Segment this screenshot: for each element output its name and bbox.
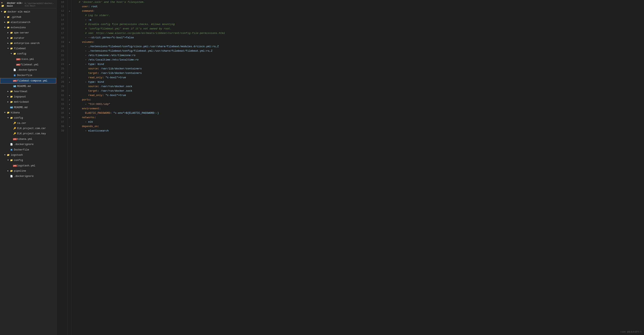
- project-name: docker-elk-main: [7, 2, 24, 8]
- code-line-15: # Disable config file permissions checks…: [76, 22, 640, 26]
- tree-item-logstash-yml[interactable]: ymllogstash.yml: [0, 163, 56, 168]
- arrow-apm-server: ▶: [6, 31, 10, 35]
- tree-item-cisco-yml[interactable]: ymlcisco.yml: [0, 56, 56, 62]
- project-path: E:\pycharm2021\docker-elk-main: [24, 2, 55, 7]
- folder-icon: ▼ 📁: [1, 2, 6, 8]
- code-line-19: volumes:: [76, 40, 640, 44]
- tree-item-ext-readme[interactable]: mdREADME.md: [0, 105, 56, 110]
- code-line-22: - /etc/timezone:/etc/timezone:ro: [76, 53, 640, 58]
- gutter-cell-31: ◆: [68, 93, 72, 98]
- yaml-icon-cisco-yml: yml: [16, 57, 20, 62]
- gutter-cell-10: [68, 0, 72, 4]
- gutter-cell-22: [68, 53, 72, 58]
- line-num-11: 11: [60, 4, 64, 9]
- fold-icon-36: ◆: [69, 116, 70, 119]
- arrow-kibana: ▼: [3, 110, 6, 115]
- line-num-38: 38: [60, 124, 64, 129]
- tree-label-kib-dockerignore: .dockerignore: [14, 142, 34, 147]
- tree-label-logstash-yml: logstash.yml: [17, 164, 35, 168]
- code-line-14: - -e: [76, 18, 640, 22]
- fold-icon-31: ◆: [69, 94, 70, 96]
- line-num-17: 17: [60, 31, 64, 36]
- tree-item-ls-config[interactable]: ▼📁config: [0, 158, 56, 163]
- tree-item-ls-dockerignore[interactable]: 📄.dockerignore: [0, 174, 56, 179]
- tree-label-elk-cert: ELK.project.com.cer: [17, 126, 46, 131]
- tree-item-kib-dockerfile[interactable]: DDockerfile: [0, 147, 56, 152]
- folder-icon-root: 📁: [3, 10, 7, 14]
- tree-label-ext-readme: README.md: [14, 105, 28, 110]
- tree-item-heartbeat[interactable]: ▶📁heartbeat: [0, 89, 56, 94]
- folder-icon-ls-pipeline: 📁: [10, 169, 13, 173]
- md-icon-fb-readme: md: [13, 84, 16, 88]
- tree-label-apm-server: apm-server: [14, 31, 29, 35]
- project-header: ▼ 📁 docker-elk-main E:\pycharm2021\docke…: [0, 1, 56, 8]
- tree-item-filebeat-compose[interactable]: ymlfilebeat-compose.yml: [0, 78, 56, 84]
- tree-item-fb-readme[interactable]: mdREADME.md: [0, 84, 56, 89]
- arrow-fb-config: ▼: [10, 52, 13, 56]
- gutter-cell-11: [68, 4, 72, 9]
- code-line-18: - --strict.perms="c-bool">false: [76, 36, 640, 40]
- tree-item-github[interactable]: ▶📁.github: [0, 14, 56, 20]
- gutter-cell-15: [68, 22, 72, 26]
- line-num-27: 27: [60, 76, 64, 80]
- fold-icon-28: ◆: [69, 81, 70, 83]
- arrow-elasticsearch: ▶: [3, 20, 6, 24]
- tree-item-fb-dockerfile[interactable]: DDockerfile: [0, 72, 56, 78]
- tree-item-filebeat-yml[interactable]: ymlfilebeat.yml: [0, 62, 56, 67]
- cert-icon-elk-cert: 🔑: [13, 126, 16, 131]
- tree-item-elk-key[interactable]: 🔑ELK.project.com.key: [0, 131, 56, 136]
- tree-item-metricbeat[interactable]: ▶📁metricbeat: [0, 100, 56, 105]
- tree-item-kib-config[interactable]: ▼📁config: [0, 115, 56, 120]
- gutter-cell-38: ◆: [68, 124, 72, 129]
- tree-item-enterprise-search[interactable]: ▶📁enterprise-search: [0, 41, 56, 46]
- line-num-39: 39: [60, 129, 64, 133]
- tree-item-logspout[interactable]: ▶📁logspout: [0, 94, 56, 100]
- line-num-26: 26: [60, 71, 64, 76]
- tree-item-fb-dockerignore[interactable]: 📄.dockerignore: [0, 67, 56, 72]
- tree-item-ca-cer[interactable]: 🔑ca.cer: [0, 120, 56, 126]
- folder-icon-github: 📁: [6, 15, 10, 19]
- tree-item-curator[interactable]: ▶📁curator: [0, 36, 56, 41]
- tree-label-ls-pipeline: pipeline: [14, 169, 26, 173]
- code-line-25: source: /var/lib/docker/containers: [76, 66, 640, 71]
- folder-icon-extensions: 📁: [6, 26, 10, 30]
- tree-item-extensions[interactable]: ▼📁extensions: [0, 25, 56, 30]
- tree-item-logstash[interactable]: ▼📁logstash: [0, 152, 56, 158]
- arrow-heartbeat: ▶: [6, 89, 10, 94]
- gutter-cell-37: [68, 120, 72, 124]
- tree-label-curator: curator: [14, 36, 24, 40]
- line-num-10: 10: [60, 0, 64, 4]
- arrow-logspout: ▶: [6, 94, 10, 99]
- arrow-metricbeat: ▶: [6, 100, 10, 104]
- code-line-29: source: /var/run/docker.sock: [76, 84, 640, 89]
- gutter-cell-39: [68, 129, 72, 133]
- gutter-cell-29: [68, 84, 72, 89]
- gutter-cell-17: [68, 31, 72, 36]
- line-num-29: 29: [60, 84, 64, 89]
- code-line-21: - ./extensions/filebeat/config/filebeat.…: [76, 49, 640, 53]
- tree-label-root: docker-elk-main: [8, 10, 30, 14]
- code-line-28: - type: bind: [76, 80, 640, 84]
- tree-item-fb-config[interactable]: ▼📁config: [0, 51, 56, 56]
- gutter-cell-25: [68, 66, 72, 71]
- tree-item-ls-pipeline[interactable]: ▶📁pipeline: [0, 168, 56, 174]
- tree-item-elasticsearch[interactable]: ▶📁elasticsearch: [0, 20, 56, 25]
- tree-item-filebeat[interactable]: ▼📁filebeat: [0, 46, 56, 51]
- tree-item-elk-cert[interactable]: 🔑ELK.project.com.cer: [0, 126, 56, 131]
- arrow-ls-pipeline: ▶: [6, 169, 10, 173]
- line-num-15: 15: [60, 22, 64, 26]
- tree-item-kibana-yml[interactable]: ymlkibana.yml: [0, 136, 56, 142]
- gutter-cell-36: ◆: [68, 115, 72, 120]
- tree-label-filebeat: filebeat: [14, 46, 26, 51]
- folder-icon-kibana: 📁: [6, 110, 10, 115]
- line-num-12: 12: [60, 9, 64, 13]
- tree-item-apm-server[interactable]: ▶📁apm-server: [0, 30, 56, 36]
- tree-item-kib-dockerignore[interactable]: 📄.dockerignore: [0, 142, 56, 147]
- code-line-26: target: /var/lib/docker/containers: [76, 71, 640, 76]
- tree-item-root[interactable]: ▼📁docker-elk-main: [0, 9, 56, 14]
- file-tree[interactable]: ▼ 📁 docker-elk-main E:\pycharm2021\docke…: [0, 0, 56, 335]
- tree-label-elasticsearch: elasticsearch: [11, 20, 30, 24]
- line-num-16: 16: [60, 26, 64, 31]
- tree-item-kibana[interactable]: ▼📁kibana: [0, 110, 56, 115]
- yaml-icon-kibana-yml: yml: [13, 137, 16, 142]
